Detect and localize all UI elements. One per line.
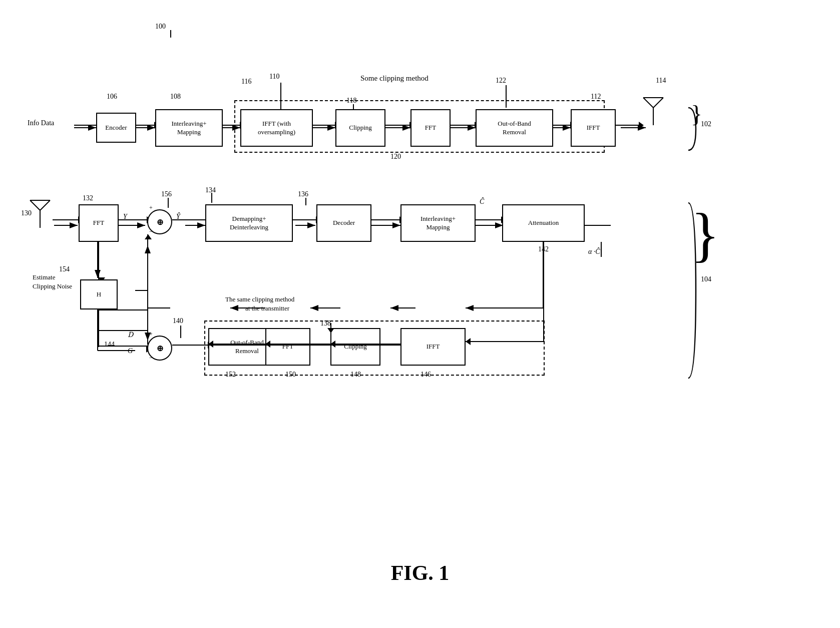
minus-label-lower: − xyxy=(149,354,153,362)
plus-label: + xyxy=(149,204,153,212)
g-label: G xyxy=(128,347,133,355)
d-hat-label: D̂ xyxy=(128,331,133,339)
svg-line-39 xyxy=(40,200,50,210)
out-of-band-top-block: Out-of-BandRemoval xyxy=(476,109,553,147)
label-114: 114 xyxy=(656,77,666,85)
plus-label-lower: + xyxy=(149,331,153,338)
label-134: 134 xyxy=(205,186,216,194)
demapping-block: Demapping+Deinterleaving xyxy=(205,204,293,242)
interleaving-mapping-bottom: Interleaving+Mapping xyxy=(400,204,476,242)
alpha-c-hat-label: α ·Ĉ xyxy=(588,248,600,256)
svg-line-38 xyxy=(30,200,40,210)
label-154: 154 xyxy=(59,265,70,273)
label-102: 102 xyxy=(701,120,711,128)
fft-bottom-block: FFT xyxy=(79,204,119,242)
label-138: 138 xyxy=(320,320,331,328)
label-110: 110 xyxy=(269,73,279,81)
fig-label: FIG. 1 xyxy=(0,561,840,585)
fft-top-block: FFT xyxy=(410,109,451,147)
label-112: 112 xyxy=(591,93,601,101)
label-136: 136 xyxy=(298,190,308,198)
svg-line-35 xyxy=(653,98,663,108)
decoder-block: Decoder xyxy=(316,204,371,242)
estimate-clipping-noise-label: EstimateClipping Noise xyxy=(33,273,72,291)
label-130: 130 xyxy=(21,209,32,217)
info-data-label: Info Data xyxy=(28,119,54,127)
brace-rx xyxy=(686,200,701,383)
label-100: 100 xyxy=(155,23,166,31)
dashed-box-clipping-bottom xyxy=(204,321,545,376)
label-122: 122 xyxy=(496,77,506,85)
attenuation-block: Attenuation xyxy=(502,204,585,242)
diagram-container: 100 } 102 } 104 Info Data 106 Encoder 10… xyxy=(0,0,840,551)
encoder-block: Encoder xyxy=(96,113,136,143)
label-116: 116 xyxy=(241,78,251,86)
same-clipping-label: The same clipping method xyxy=(225,295,294,303)
antenna-tx xyxy=(641,88,666,130)
interleaving-mapping-top: Interleaving+Mapping xyxy=(155,109,223,147)
label-120: 120 xyxy=(390,153,401,161)
c-hat-top-label: Ĉ xyxy=(480,198,484,206)
label-144: 144 xyxy=(104,341,115,349)
label-156: 156 xyxy=(161,190,172,198)
h-block: H xyxy=(80,279,118,309)
label-108: 108 xyxy=(170,93,181,101)
same-clipping-label2: at the transmitter xyxy=(245,304,289,312)
some-clipping-label: Some clipping method xyxy=(360,74,429,83)
svg-line-34 xyxy=(643,98,653,108)
label-104: 104 xyxy=(701,275,711,283)
ifft-top-right-block: IFFT xyxy=(571,109,616,147)
label-140: 140 xyxy=(173,317,183,325)
label-132: 132 xyxy=(83,194,93,202)
label-106: 106 xyxy=(107,93,117,101)
clipping-top-block: Clipping xyxy=(335,109,385,147)
brace-tx xyxy=(686,105,701,155)
